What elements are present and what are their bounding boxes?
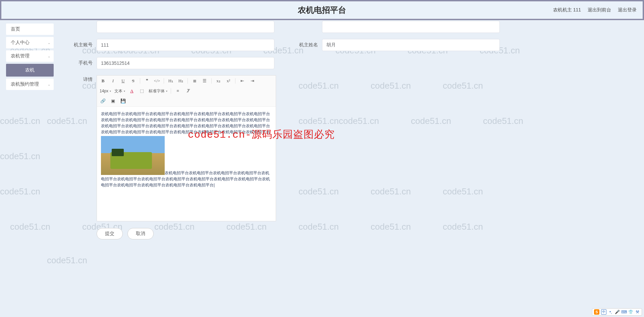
submit-button[interactable]: 提交: [97, 228, 123, 239]
ime-keyboard-icon[interactable]: ⌨: [622, 310, 627, 315]
underline-icon[interactable]: U: [120, 78, 126, 84]
code-icon[interactable]: </>: [154, 78, 160, 84]
sidebar-item-reserve[interactable]: 农机预约管理 ⌄: [6, 79, 54, 90]
ime-cn-icon[interactable]: 中: [601, 309, 606, 315]
phone-label: 手机号: [66, 60, 93, 66]
font-family-select[interactable]: 标准字体▾: [149, 88, 167, 94]
ime-toolbar[interactable]: S 中 •ˌ 🎤 ⌨ 👕 ⚒: [592, 308, 642, 316]
sidebar-item-personal[interactable]: 个人中心 ⌄: [6, 37, 54, 48]
sidebar-label: 个人中心: [11, 40, 30, 46]
h1-icon[interactable]: H₁: [167, 78, 174, 84]
owner-label: 机主姓名: [298, 42, 318, 48]
font-type-select[interactable]: 文本▾: [114, 88, 125, 94]
quote-icon[interactable]: ❞: [144, 78, 150, 84]
image-icon[interactable]: ▣: [110, 98, 116, 104]
chevron-down-icon: ⌄: [48, 54, 50, 58]
subscript-icon[interactable]: x₂: [215, 78, 222, 84]
sidebar: 首页 个人中心 ⌄ 农机管理 ⌄ 农机 农机预约管理 ⌄: [0, 20, 60, 317]
save-icon[interactable]: 💾: [120, 98, 126, 104]
superscript-icon[interactable]: x²: [225, 78, 232, 84]
cancel-button[interactable]: 取消: [127, 228, 154, 239]
sidebar-item-machine-manage[interactable]: 农机管理 ⌄: [6, 50, 54, 62]
sidebar-label: 首页: [11, 26, 20, 32]
back-to-front-link[interactable]: 退出到前台: [588, 7, 611, 13]
type-input[interactable]: [97, 21, 274, 33]
editor-text: 农机电招平台农机电招平台农机电招平台农机电招平台农机电招平台农机电招平台农机电招…: [101, 111, 272, 135]
rich-text-editor: B I U S ❞ </> H₁ H₂ ≣ ☰ x₂ x²: [97, 75, 276, 221]
h2-icon[interactable]: H₂: [177, 78, 184, 84]
sidebar-label: 农机: [25, 67, 35, 73]
editor-toolbar: B I U S ❞ </> H₁ H₂ ≣ ☰ x₂ x²: [97, 76, 276, 107]
app-title: 农机电招平台: [298, 5, 346, 15]
sidebar-label: 农机预约管理: [11, 81, 39, 87]
align-icon[interactable]: ≡: [174, 88, 181, 94]
chevron-down-icon: ⌄: [48, 41, 50, 45]
user-label[interactable]: 农机机主 111: [553, 7, 581, 13]
bold-icon[interactable]: B: [100, 78, 106, 84]
link-icon[interactable]: 🔗: [100, 98, 106, 104]
bg-color-icon[interactable]: ⬚: [139, 88, 145, 94]
sidebar-label: 农机管理: [11, 53, 30, 59]
sogou-icon: S: [594, 309, 599, 315]
app-header: 农机电招平台 农机机主 111 退出到前台 退出登录: [0, 0, 644, 20]
editor-inline-image: [101, 136, 165, 175]
italic-icon[interactable]: I: [110, 78, 116, 84]
sidebar-item-home[interactable]: 首页: [6, 24, 54, 35]
sidebar-item-machine[interactable]: 农机: [6, 64, 54, 77]
ime-tool-icon[interactable]: ⚒: [635, 310, 640, 315]
ime-punct-icon[interactable]: •ˌ: [608, 310, 613, 315]
list-bullet-icon[interactable]: ☰: [201, 78, 208, 84]
logout-link[interactable]: 退出登录: [618, 7, 637, 13]
strike-icon[interactable]: S: [130, 78, 137, 84]
main-content: 农机类型 管理员 机主账号 机主姓名 手机号: [60, 20, 644, 317]
chevron-down-icon: ⌄: [48, 83, 50, 86]
indent-right-icon[interactable]: ⇥: [249, 78, 256, 84]
owner-input[interactable]: [322, 39, 500, 51]
editor-content[interactable]: 农机电招平台农机电招平台农机电招平台农机电招平台农机电招平台农机电招平台农机电招…: [97, 107, 276, 221]
clear-format-icon[interactable]: T̷: [184, 88, 191, 94]
account-input[interactable]: [97, 39, 274, 51]
text-color-icon[interactable]: A: [128, 88, 135, 94]
account-label: 机主账号: [66, 42, 93, 48]
ime-skin-icon[interactable]: 👕: [628, 310, 633, 315]
indent-left-icon[interactable]: ⇤: [239, 78, 246, 84]
font-size-select[interactable]: 14px▾: [100, 89, 111, 93]
ime-mic-icon[interactable]: 🎤: [615, 310, 620, 315]
extra-input[interactable]: [322, 21, 500, 33]
detail-label: 详情: [66, 77, 93, 83]
phone-input[interactable]: [97, 57, 274, 69]
list-ordered-icon[interactable]: ≣: [191, 78, 198, 84]
